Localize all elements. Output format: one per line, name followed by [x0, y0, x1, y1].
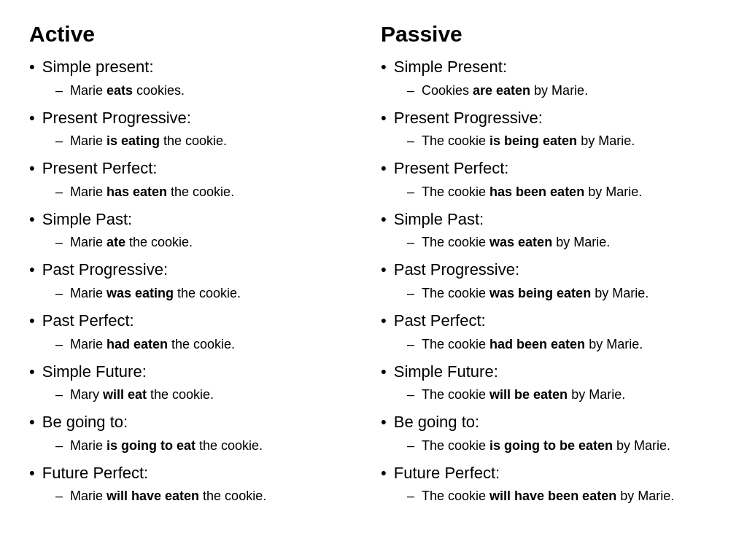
dash-icon: – — [55, 284, 63, 303]
bullet-icon: • — [29, 260, 35, 281]
tense-header-1-8: •Future Perfect: — [381, 463, 718, 484]
tense-header-0-8: •Future Perfect: — [29, 463, 366, 484]
example-text-1-7: The cookie is going to be eaten by Marie… — [422, 436, 670, 456]
example-text-1-6: The cookie will be eaten by Marie. — [422, 385, 625, 405]
tense-example-1-0: –Cookies are eaten by Marie. — [407, 81, 718, 101]
example-text-1-8: The cookie will have been eaten by Marie… — [422, 486, 674, 506]
tense-example-1-6: –The cookie will be eaten by Marie. — [407, 385, 718, 405]
tense-example-0-8: –Marie will have eaten the cookie. — [55, 486, 366, 506]
tense-name-1-0: Simple Present: — [394, 57, 507, 78]
example-text-0-2: Marie has eaten the cookie. — [70, 182, 234, 202]
tense-name-1-8: Future Perfect: — [394, 463, 500, 484]
dash-icon: – — [55, 486, 63, 506]
tense-group-0-6: •Simple Future:–Mary will eat the cookie… — [29, 362, 366, 405]
bullet-icon: • — [29, 57, 35, 78]
tense-name-1-4: Past Progressive: — [394, 260, 519, 281]
tense-name-0-2: Present Perfect: — [42, 158, 158, 179]
tense-example-0-5: –Marie had eaten the cookie. — [55, 335, 366, 354]
example-verb-0-5: had eaten — [107, 337, 168, 351]
tense-group-1-3: •Simple Past:–The cookie was eaten by Ma… — [381, 209, 718, 253]
tense-example-0-6: –Mary will eat the cookie. — [55, 385, 366, 405]
tense-group-1-5: •Past Perfect:–The cookie had been eaten… — [381, 311, 718, 354]
tense-name-1-1: Present Progressive: — [394, 108, 543, 129]
bullet-icon: • — [29, 412, 35, 433]
tense-header-1-3: •Simple Past: — [381, 209, 718, 230]
example-verb-1-8: will have been eaten — [489, 489, 616, 503]
tense-header-0-0: •Simple present: — [29, 57, 366, 78]
tense-name-0-4: Past Progressive: — [42, 260, 168, 281]
tense-name-1-5: Past Perfect: — [394, 311, 486, 332]
example-text-0-3: Marie ate the cookie. — [70, 233, 193, 252]
example-verb-0-0: eats — [107, 83, 133, 98]
dash-icon: – — [407, 81, 414, 101]
tense-example-1-1: –The cookie is being eaten by Marie. — [407, 131, 718, 151]
bullet-icon: • — [29, 311, 35, 332]
example-verb-0-4: was eating — [107, 286, 174, 300]
tense-group-1-8: •Future Perfect:–The cookie will have be… — [381, 463, 718, 507]
tense-example-0-4: –Marie was eating the cookie. — [55, 284, 366, 303]
tense-example-0-7: –Marie is going to eat the cookie. — [55, 436, 366, 456]
dash-icon: – — [407, 385, 414, 405]
tense-group-1-6: •Simple Future:–The cookie will be eaten… — [381, 362, 718, 405]
column-title-1: Passive — [381, 22, 718, 47]
bullet-icon: • — [381, 158, 387, 179]
example-verb-0-3: ate — [107, 235, 125, 249]
example-text-0-0: Marie eats cookies. — [70, 81, 185, 101]
tense-group-1-0: •Simple Present:–Cookies are eaten by Ma… — [381, 57, 718, 101]
example-text-1-1: The cookie is being eaten by Marie. — [422, 131, 635, 151]
bullet-icon: • — [29, 362, 35, 383]
tense-header-1-2: •Present Perfect: — [381, 158, 718, 179]
tense-header-0-1: •Present Progressive: — [29, 108, 366, 129]
example-verb-1-0: are eaten — [473, 83, 530, 98]
example-verb-0-2: has eaten — [107, 184, 167, 199]
example-verb-0-6: will eat — [103, 387, 147, 402]
dash-icon: – — [407, 284, 414, 303]
bullet-icon: • — [381, 311, 387, 332]
tense-group-1-7: •Be going to:–The cookie is going to be … — [381, 412, 718, 456]
example-verb-0-8: will have eaten — [107, 489, 199, 503]
example-text-1-4: The cookie was being eaten by Marie. — [422, 284, 649, 303]
tense-group-1-4: •Past Progressive:–The cookie was being … — [381, 260, 718, 303]
example-verb-0-7: is going to eat — [107, 438, 196, 453]
column-title-0: Active — [29, 22, 366, 47]
dash-icon: – — [55, 233, 63, 252]
tense-header-0-4: •Past Progressive: — [29, 260, 366, 281]
tense-example-1-8: –The cookie will have been eaten by Mari… — [407, 486, 718, 506]
dash-icon: – — [55, 81, 63, 101]
example-text-0-6: Mary will eat the cookie. — [70, 385, 214, 405]
bullet-icon: • — [29, 108, 35, 129]
bullet-icon: • — [29, 158, 35, 179]
example-text-1-5: The cookie had been eaten by Marie. — [422, 335, 643, 354]
dash-icon: – — [407, 335, 414, 354]
tense-name-0-1: Present Progressive: — [42, 108, 191, 129]
tense-header-1-6: •Simple Future: — [381, 362, 718, 383]
column-passive: Passive•Simple Present:–Cookies are eate… — [381, 22, 718, 513]
column-active: Active•Simple present:–Marie eats cookie… — [29, 22, 381, 513]
tense-name-1-7: Be going to: — [394, 412, 479, 433]
tense-name-0-8: Future Perfect: — [42, 463, 149, 484]
tense-example-0-1: –Marie is eating the cookie. — [55, 131, 366, 151]
example-text-0-4: Marie was eating the cookie. — [70, 284, 241, 303]
tense-name-0-7: Be going to: — [42, 412, 128, 433]
example-text-0-1: Marie is eating the cookie. — [70, 131, 227, 151]
tense-example-1-7: –The cookie is going to be eaten by Mari… — [407, 436, 718, 456]
tense-name-0-3: Simple Past: — [42, 209, 133, 230]
dash-icon: – — [407, 486, 414, 506]
tense-example-0-2: –Marie has eaten the cookie. — [55, 182, 366, 202]
tense-name-1-3: Simple Past: — [394, 209, 484, 230]
tense-group-0-5: •Past Perfect:–Marie had eaten the cooki… — [29, 311, 366, 354]
example-verb-0-1: is eating — [107, 133, 160, 148]
tense-header-1-7: •Be going to: — [381, 412, 718, 433]
bullet-icon: • — [29, 209, 35, 230]
tense-group-1-1: •Present Progressive:–The cookie is bein… — [381, 108, 718, 152]
example-verb-1-1: is being eaten — [489, 133, 577, 148]
tense-group-0-0: •Simple present:–Marie eats cookies. — [29, 57, 366, 101]
bullet-icon: • — [381, 209, 387, 230]
dash-icon: – — [55, 436, 63, 456]
tense-example-1-5: –The cookie had been eaten by Marie. — [407, 335, 718, 354]
bullet-icon: • — [381, 362, 387, 383]
tense-header-1-5: •Past Perfect: — [381, 311, 718, 332]
tense-group-0-3: •Simple Past:–Marie ate the cookie. — [29, 209, 366, 253]
tense-header-1-1: •Present Progressive: — [381, 108, 718, 129]
tense-header-0-5: •Past Perfect: — [29, 311, 366, 332]
